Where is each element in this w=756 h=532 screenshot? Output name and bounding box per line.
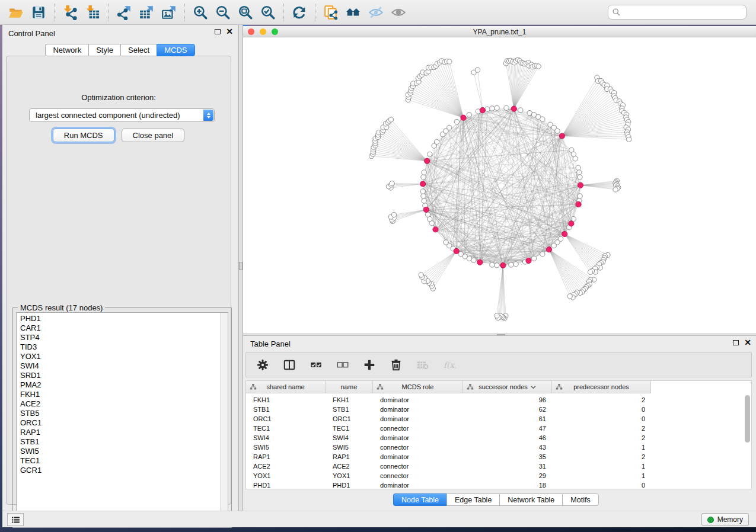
- table-row[interactable]: ORC1ORC1dominator610: [246, 414, 651, 424]
- column-header-MCDS-role[interactable]: MCDS role: [373, 381, 463, 393]
- mcds-result-item[interactable]: ORC1: [17, 418, 228, 428]
- network-node[interactable]: [576, 165, 580, 170]
- mcds-node[interactable]: [578, 182, 583, 188]
- gear-button[interactable]: [254, 357, 271, 373]
- network-node[interactable]: [555, 129, 560, 133]
- open-button[interactable]: [5, 3, 27, 22]
- refresh-button[interactable]: [288, 3, 311, 22]
- column-header-predecessor-nodes[interactable]: predecessor nodes: [552, 381, 651, 393]
- network-node[interactable]: [495, 263, 499, 268]
- close-panel-button[interactable]: Close panel: [122, 129, 185, 142]
- table-row[interactable]: FKH1FKH1dominator962: [246, 395, 651, 405]
- column-header-name[interactable]: name: [326, 381, 373, 393]
- add-row-button[interactable]: [361, 357, 378, 373]
- table-scrollbar[interactable]: [745, 395, 750, 484]
- mcds-result-item[interactable]: RAP1: [17, 428, 228, 437]
- network-node[interactable]: [509, 262, 513, 267]
- network-node[interactable]: [428, 152, 432, 156]
- column-header-shared-name[interactable]: shared name: [246, 381, 326, 393]
- network-node[interactable]: [577, 170, 582, 175]
- mcds-node[interactable]: [576, 201, 581, 207]
- mcds-node[interactable]: [546, 247, 551, 252]
- tab-mcds[interactable]: MCDS: [157, 44, 194, 56]
- network-node[interactable]: [495, 313, 499, 318]
- network-node[interactable]: [540, 117, 545, 121]
- network-node[interactable]: [518, 108, 523, 113]
- network-node[interactable]: [447, 59, 452, 64]
- float-panel-icon[interactable]: [215, 29, 221, 34]
- mcds-result-item[interactable]: YOX1: [17, 352, 228, 361]
- mcds-result-item[interactable]: PHD1: [17, 314, 228, 323]
- table-row[interactable]: SWI4SWI4dominator462: [246, 433, 651, 443]
- task-history-button[interactable]: [7, 513, 24, 526]
- float-panel-icon[interactable]: [733, 340, 739, 345]
- vertical-splitter[interactable]: [238, 25, 243, 511]
- close-panel-icon[interactable]: ✕: [226, 28, 233, 34]
- network-node[interactable]: [490, 262, 495, 267]
- mcds-result-item[interactable]: SWI5: [17, 447, 228, 456]
- network-node[interactable]: [425, 212, 430, 217]
- hide-selected-button[interactable]: [365, 3, 387, 22]
- network-view[interactable]: [243, 37, 756, 334]
- table-row[interactable]: ACE2ACE2connector311: [246, 462, 651, 471]
- network-node[interactable]: [490, 106, 495, 111]
- table-row[interactable]: PHD1PHD1dominator180: [246, 480, 651, 489]
- zoom-out-button[interactable]: [212, 3, 234, 22]
- splitter-handle[interactable]: [239, 262, 243, 270]
- network-node[interactable]: [454, 119, 459, 124]
- mcds-result-item[interactable]: STB1: [17, 437, 228, 447]
- network-node[interactable]: [495, 105, 499, 110]
- table-row[interactable]: YOX1YOX1connector291: [246, 471, 651, 480]
- save-button[interactable]: [27, 3, 50, 22]
- memory-button[interactable]: Memory: [701, 513, 749, 526]
- mcds-node[interactable]: [454, 248, 459, 254]
- network-node[interactable]: [613, 187, 618, 192]
- tab-node-table[interactable]: Node Table: [393, 493, 446, 506]
- splitter-handle[interactable]: [497, 334, 505, 335]
- network-node[interactable]: [578, 194, 582, 198]
- mcds-node[interactable]: [569, 221, 574, 226]
- close-panel-icon[interactable]: ✕: [744, 339, 751, 345]
- mcds-node[interactable]: [526, 258, 531, 263]
- import-table-button[interactable]: [81, 3, 104, 22]
- tab-network[interactable]: Network: [45, 44, 88, 56]
- network-node[interactable]: [540, 252, 545, 257]
- tab-select[interactable]: Select: [120, 44, 157, 56]
- show-all-button[interactable]: [387, 3, 410, 22]
- network-node[interactable]: [551, 243, 556, 248]
- network-node[interactable]: [475, 68, 480, 72]
- mcds-result-list[interactable]: PHD1CAR1STP4TID3YOX1SWI4SRD1PMA2FKH1ACE2…: [16, 312, 228, 524]
- mcds-node[interactable]: [461, 115, 466, 120]
- zoom-in-button[interactable]: [189, 3, 212, 22]
- import-network-button[interactable]: [59, 3, 81, 22]
- mcds-result-item[interactable]: STB5: [17, 409, 228, 418]
- network-node[interactable]: [573, 156, 578, 161]
- first-neighbors-button[interactable]: [342, 3, 365, 22]
- table-row[interactable]: TEC1TEC1connector472: [246, 424, 651, 433]
- network-node[interactable]: [434, 139, 439, 144]
- mcds-node[interactable]: [500, 262, 506, 268]
- network-window-titlebar[interactable]: YPA_prune.txt_1: [243, 26, 756, 37]
- mcds-node[interactable]: [477, 259, 483, 265]
- mcds-result-item[interactable]: CAR1: [17, 323, 228, 333]
- network-node[interactable]: [567, 294, 572, 299]
- mcds-result-item[interactable]: SWI4: [17, 361, 228, 371]
- tab-motifs[interactable]: Motifs: [562, 493, 598, 506]
- network-node[interactable]: [626, 137, 631, 142]
- network-node[interactable]: [578, 175, 582, 180]
- tab-network-table[interactable]: Network Table: [499, 493, 562, 506]
- mcds-node[interactable]: [559, 133, 564, 139]
- split-columns-button[interactable]: [281, 357, 298, 373]
- mcds-result-item[interactable]: GCR1: [17, 466, 228, 475]
- network-node[interactable]: [388, 117, 393, 122]
- network-node[interactable]: [421, 194, 426, 198]
- run-mcds-button[interactable]: Run MCDS: [53, 129, 114, 142]
- search-input[interactable]: [608, 5, 747, 20]
- network-node[interactable]: [504, 105, 509, 110]
- criterion-dropdown[interactable]: largest connected component (undirected): [29, 108, 215, 122]
- network-node[interactable]: [391, 212, 396, 217]
- tab-edge-table[interactable]: Edge Table: [446, 493, 499, 506]
- network-node[interactable]: [444, 240, 448, 245]
- network-graph[interactable]: [243, 37, 756, 334]
- mcds-node[interactable]: [420, 181, 426, 187]
